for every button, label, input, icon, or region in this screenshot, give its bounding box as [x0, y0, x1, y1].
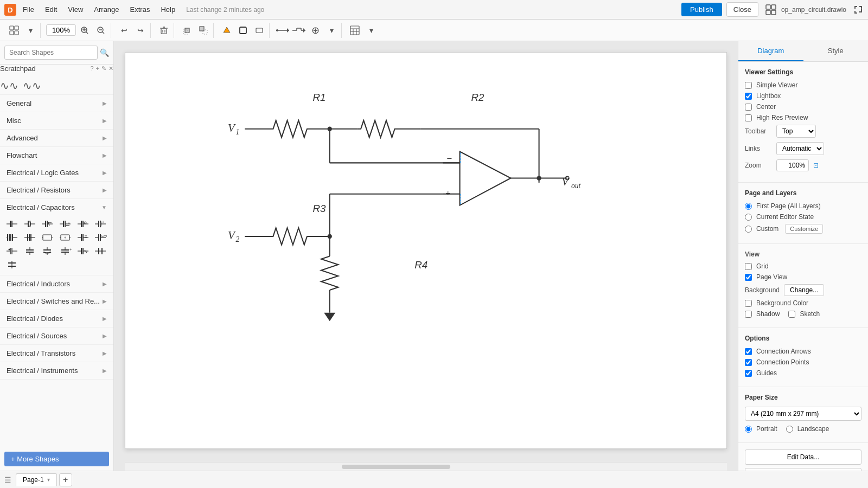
to-front-btn[interactable] [180, 23, 195, 38]
cap-shape-13[interactable] [4, 245, 20, 257]
simple-viewer-label[interactable]: Simple Viewer [756, 81, 797, 89]
current-editor-radio[interactable] [745, 214, 752, 221]
cap-shape-18[interactable] [93, 245, 108, 257]
add-shape-btn[interactable]: ⊕ [308, 23, 323, 38]
scratchpad-add[interactable]: + [96, 65, 99, 72]
page-tab-chevron[interactable]: ▾ [47, 477, 50, 483]
center-checkbox[interactable] [745, 104, 752, 111]
horizontal-scrollbar[interactable] [125, 462, 727, 471]
cap-shape-5[interactable] [75, 218, 91, 230]
fill-color-btn[interactable] [219, 23, 234, 38]
landscape-label[interactable]: Landscape [797, 425, 829, 433]
connection-arrows-checkbox[interactable] [745, 348, 752, 355]
cap-shape-2[interactable] [22, 218, 37, 230]
first-page-label[interactable]: First Page (All Layers) [756, 202, 821, 210]
shadow-label[interactable]: Shadow [756, 310, 780, 318]
line-color-btn[interactable] [235, 23, 251, 38]
menu-edit[interactable]: Edit [41, 3, 61, 16]
guides-checkbox[interactable] [745, 370, 752, 377]
paper-size-select[interactable]: A4 (210 mm x 297 mm) A3 (297 mm x 420 mm… [745, 407, 861, 421]
cap-shape-6[interactable]: + [93, 218, 108, 230]
scratchpad-edit[interactable]: ✎ [101, 65, 106, 72]
fullscreen-icon[interactable] [853, 4, 864, 15]
center-label[interactable]: Center [756, 103, 776, 111]
zoom-fit-btn[interactable]: ⊡ [813, 162, 819, 169]
cap-shape-10[interactable]: + [58, 232, 73, 243]
category-flowchart-header[interactable]: Flowchart ▶ [0, 147, 113, 164]
cap-shape-19[interactable] [4, 259, 20, 271]
zoom-level-display[interactable]: 100% [46, 24, 76, 36]
category-capacitors-header[interactable]: Electrical / Capacitors ▼ [0, 199, 113, 216]
page-tab-1[interactable]: Page-1 ▾ [16, 473, 57, 486]
background-color-checkbox[interactable] [745, 300, 752, 307]
scratchpad-close[interactable]: ✕ [108, 65, 113, 72]
close-button[interactable]: Close [726, 2, 758, 17]
menu-view[interactable]: View [63, 3, 87, 16]
sketch-label[interactable]: Sketch [800, 310, 820, 318]
cap-shape-12[interactable]: EMI [93, 232, 108, 243]
category-transistors-header[interactable]: Electrical / Transistors ▶ [0, 345, 113, 362]
portrait-radio[interactable] [745, 426, 752, 433]
menu-help[interactable]: Help [156, 3, 180, 16]
edit-data-button[interactable]: Edit Data... [745, 450, 861, 465]
toolbar-select[interactable]: Top Bottom Left Right [776, 125, 816, 138]
page-view-checkbox[interactable] [745, 274, 752, 281]
cap-shape-4[interactable]: + [58, 218, 73, 230]
cap-shape-3[interactable] [40, 218, 55, 230]
page-menu-btn[interactable]: ☰ [4, 476, 11, 484]
links-select[interactable]: Automatic Blank Self [776, 142, 824, 155]
category-advanced-header[interactable]: Advanced ▶ [0, 130, 113, 146]
connection-style-btn[interactable] [275, 23, 290, 38]
high-res-label[interactable]: High Res Preview [756, 114, 808, 121]
menu-file[interactable]: File [18, 3, 39, 16]
table-btn[interactable] [347, 23, 362, 38]
guides-label[interactable]: Guides [756, 369, 777, 377]
grid-label[interactable]: Grid [756, 262, 769, 270]
background-change-button[interactable]: Change... [784, 284, 824, 296]
cap-shape-7[interactable] [4, 232, 20, 243]
cap-shape-1[interactable] [4, 218, 20, 230]
custom-radio[interactable] [745, 226, 752, 233]
first-page-radio[interactable] [745, 203, 752, 210]
scratchpad-help[interactable]: ? [90, 65, 93, 72]
shadow-checkbox[interactable] [745, 311, 752, 318]
grid-checkbox[interactable] [745, 263, 752, 270]
cap-shape-11[interactable] [75, 232, 91, 243]
cap-shape-9[interactable] [40, 232, 55, 243]
undo-btn[interactable]: ↩ [117, 23, 132, 38]
category-logic-gates-header[interactable]: Electrical / Logic Gates ▶ [0, 164, 113, 181]
canvas[interactable]: R1 R2 R3 R4 V 1 V 2 V out [114, 41, 738, 471]
cap-shape-16[interactable]: + [58, 245, 73, 257]
background-color-label[interactable]: Background Color [756, 299, 808, 307]
lightbox-checkbox[interactable] [745, 93, 752, 100]
waypoint-style-btn[interactable] [291, 23, 307, 38]
zoom-out-btn[interactable] [93, 23, 108, 38]
delete-btn[interactable] [156, 23, 171, 38]
menu-extras[interactable]: Extras [126, 3, 155, 16]
landscape-radio[interactable] [786, 426, 793, 433]
cap-shape-8[interactable] [22, 232, 37, 243]
tab-diagram[interactable]: Diagram [738, 41, 803, 61]
category-resistors-header[interactable]: Electrical / Resistors ▶ [0, 182, 113, 198]
category-inductors-header[interactable]: Electrical / Inductors ▶ [0, 275, 113, 292]
toggle-arrow-btn[interactable]: ▾ [23, 23, 38, 38]
simple-viewer-checkbox[interactable] [745, 82, 752, 89]
to-back-btn[interactable] [196, 23, 211, 38]
add-shape-arrow[interactable]: ▾ [324, 23, 339, 38]
category-sources-header[interactable]: Electrical / Sources ▶ [0, 328, 113, 344]
custom-label[interactable]: Custom [756, 225, 778, 233]
category-instruments-header[interactable]: Electrical / Instruments ▶ [0, 362, 113, 379]
zoom-in-btn[interactable] [77, 23, 92, 38]
search-shapes-btn[interactable]: 🔍 [100, 48, 109, 57]
connection-arrows-label[interactable]: Connection Arrows [756, 348, 811, 355]
high-res-checkbox[interactable] [745, 114, 752, 121]
tab-style[interactable]: Style [803, 41, 869, 61]
add-page-button[interactable]: + [59, 473, 72, 486]
menu-arrange[interactable]: Arrange [90, 3, 123, 16]
lightbox-label[interactable]: Lightbox [756, 92, 781, 100]
more-shapes-button[interactable]: + More Shapes [4, 452, 109, 466]
shape-btn[interactable] [252, 23, 267, 38]
scrollbar-thumb[interactable] [342, 465, 450, 469]
current-editor-label[interactable]: Current Editor State [756, 213, 814, 221]
category-general-header[interactable]: General ▶ [0, 95, 113, 112]
